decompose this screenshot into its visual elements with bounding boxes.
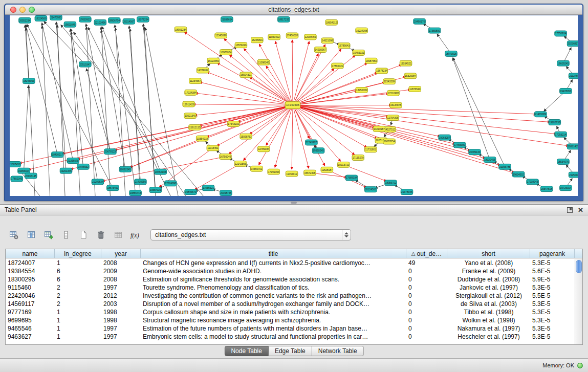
table-row[interactable]: 911546021997Tourette syndrome. Phenomeno… [6, 283, 575, 292]
delete-column-button[interactable] [94, 228, 107, 242]
table-cell: 0 [406, 308, 447, 316]
graph-node-label: 11098345 [258, 61, 269, 64]
network-selector-dropdown[interactable]: citations_edges.txt [150, 229, 351, 240]
graph-node-label: 16789043 [338, 45, 350, 47]
graph-node-label: 17543210 [228, 123, 239, 125]
graph-edge [193, 104, 293, 105]
table-cell: 2008 [101, 275, 141, 283]
graph-edge [24, 85, 29, 171]
graph-node-label: 16756049 [220, 156, 231, 158]
graph-node-label: 20856743 [130, 192, 141, 194]
table-row[interactable]: 1456911722003Disruption of a novel membe… [6, 300, 575, 308]
table-cell: 9465546 [6, 324, 55, 333]
node-attribute-table: namein_degreeyeartitle△out_de…shortpager… [5, 249, 583, 345]
graph-node-label: 11863492 [269, 36, 280, 38]
new-document-button[interactable] [77, 228, 90, 242]
column-header-name[interactable]: name [6, 249, 55, 258]
graph-node-label: 19823045 [64, 24, 76, 26]
graph-node-label: 17208943 [527, 181, 538, 183]
graph-node-label: 18320456 [484, 159, 495, 161]
column-header-short[interactable]: short [447, 249, 530, 258]
table-row[interactable]: 1872400712008Changes of HCN gene express… [6, 259, 575, 267]
tab-node-table[interactable]: Node Table [224, 346, 269, 356]
graph-node-label: 19726014 [560, 187, 572, 189]
graph-node-label: 12789034 [258, 148, 269, 150]
graph-node-label: 17650932 [79, 18, 91, 21]
graph-node-label: 17999354 [268, 171, 279, 173]
import-table-button[interactable] [112, 228, 125, 242]
table-cell: Dudbridge et al. (2008) [447, 275, 530, 283]
column-header-label: in_degree [64, 250, 91, 257]
table-cell: 0 [406, 300, 447, 308]
graph-node-label: 16234098 [356, 30, 367, 32]
create-column-button[interactable] [42, 228, 55, 242]
column-header-title[interactable]: title [141, 249, 406, 258]
table-row[interactable]: 946554611997Estimation of the future num… [6, 324, 575, 333]
graph-node-label: 17945632 [78, 166, 89, 168]
table-scrollbar-track[interactable] [575, 259, 582, 344]
float-panel-icon[interactable] [567, 207, 573, 213]
table-body: 1872400712008Changes of HCN gene express… [6, 259, 575, 344]
select-column-button[interactable] [59, 228, 73, 242]
table-cell: de Silva et al. (2003) [447, 300, 530, 308]
tab-network-table[interactable]: Network Table [312, 346, 364, 356]
table-toolbar: f(x) citations_edges.txt [7, 227, 351, 243]
tab-edge-table[interactable]: Edge Table [269, 346, 312, 356]
table-row[interactable]: 969969511998Structural magnetic resonanc… [6, 316, 575, 324]
graph-edge [293, 105, 377, 139]
graph-edge [144, 27, 156, 196]
table-cell: Stergiakouli et al. (2012) [447, 292, 530, 300]
graph-node-label: 21209834 [92, 181, 103, 183]
graph-node-label: 19034521 [400, 62, 411, 65]
graph-node-label: 19356024 [18, 170, 30, 172]
table-cell: 2 [55, 292, 101, 300]
close-panel-icon[interactable]: ✕ [578, 207, 583, 213]
table-cell: 2009 [101, 267, 141, 275]
graph-node-label: 17456980 [454, 144, 465, 146]
citation-network-graph[interactable]: 1724040615134875127543981452751216251332… [10, 15, 578, 196]
graph-node-label: 20963145 [25, 175, 36, 178]
network-selector-value: citations_edges.txt [151, 231, 342, 238]
graph-edge [217, 63, 293, 105]
zoom-button[interactable] [29, 7, 35, 13]
function-builder-button[interactable]: f(x) [129, 228, 142, 242]
table-row[interactable]: 2242004622012Investigating the contribut… [6, 292, 575, 300]
table-cell: 1 [55, 333, 101, 341]
table-row[interactable]: 977716911998Corpus callosum shape and si… [6, 308, 575, 316]
close-button[interactable] [10, 7, 16, 13]
column-header-in_degree[interactable]: in_degree [55, 249, 101, 258]
table-panel-title: Table Panel [5, 206, 37, 213]
table-row[interactable]: 1938455462009Genome-wide association stu… [6, 267, 575, 275]
graph-edge [293, 69, 334, 105]
column-header-label: pagerank [539, 250, 565, 257]
network-window-titlebar[interactable]: citations_edges.txt [5, 5, 582, 15]
network-canvas[interactable]: 1724040615134875127543981452751216251332… [10, 15, 578, 196]
table-cell: 1998 [101, 316, 141, 324]
column-header-label: out_de… [417, 250, 442, 257]
table-cell: 0 [406, 333, 447, 341]
table-scrollbar-thumb[interactable] [576, 260, 582, 273]
table-row[interactable]: 1830029562008Estimation of significance … [6, 275, 575, 283]
graph-edge [293, 105, 500, 166]
column-header-pagerank[interactable]: pagerank [530, 249, 575, 258]
graph-node-label: 17865021 [332, 65, 343, 68]
graph-edge [130, 29, 140, 196]
graph-node-label: 11234567 [190, 80, 201, 82]
graph-node-label: 21430956 [135, 181, 146, 183]
table-mode-button[interactable] [7, 228, 20, 242]
table-row[interactable]: 946362711997Embryonic stem cells: a mode… [6, 333, 575, 341]
column-header-out_de[interactable]: △out_de… [406, 249, 447, 258]
panel-resize-handle[interactable] [291, 202, 297, 204]
minimize-button[interactable] [19, 7, 26, 13]
graph-node-label: 20547618 [541, 188, 552, 190]
graph-edge [195, 93, 293, 105]
graph-node-label: 20398745 [220, 192, 231, 194]
column-header-year[interactable]: year [101, 249, 141, 258]
graph-node-label: 22103456 [95, 21, 106, 24]
show-columns-button[interactable] [25, 228, 38, 242]
graph-node-label: 17210985 [388, 92, 399, 95]
table-cell: Jankovic et al. (1997) [447, 283, 530, 292]
graph-node-label: 21038654 [221, 18, 232, 21]
graph-node-label: 15246801 [251, 39, 263, 41]
table-mode-icon [9, 230, 18, 239]
